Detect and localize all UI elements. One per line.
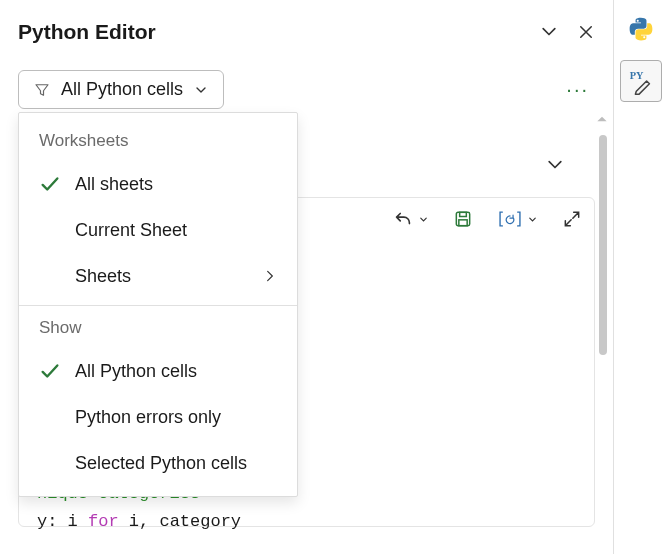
dropdown-section-label: Show (19, 312, 297, 348)
menu-item-python-errors-only[interactable]: Python errors only (19, 394, 297, 440)
check-placeholder (39, 452, 61, 474)
svg-rect-3 (459, 220, 467, 226)
brackets-refresh-icon (497, 208, 523, 230)
filter-dropdown-button[interactable]: All Python cells (18, 70, 224, 109)
filter-dropdown-menu: Worksheets All sheets Current Sheet Shee… (18, 112, 298, 497)
chevron-down-icon (418, 214, 429, 225)
scroll-up-button[interactable] (595, 112, 609, 126)
code-token: for (88, 512, 119, 531)
dropdown-section-label: Worksheets (19, 125, 297, 161)
check-placeholder (39, 219, 61, 241)
menu-item-label: All Python cells (75, 361, 197, 382)
right-rail: PY (613, 0, 667, 554)
close-icon (577, 23, 595, 41)
collapse-button[interactable] (539, 22, 559, 42)
menu-divider (19, 305, 297, 306)
expand-button[interactable] (562, 209, 582, 229)
save-button[interactable] (453, 209, 473, 229)
menu-item-label: Sheets (75, 266, 131, 287)
expand-icon (562, 209, 582, 229)
undo-icon (392, 208, 414, 230)
chevron-right-icon (263, 269, 277, 283)
chevron-down-icon (545, 155, 565, 175)
chevron-down-icon (527, 214, 538, 225)
more-options-button[interactable]: ··· (560, 78, 595, 101)
scrollbar-thumb[interactable] (599, 135, 607, 355)
python-logo-button[interactable] (620, 8, 662, 50)
section-collapse-button[interactable] (545, 155, 565, 175)
menu-item-label: All sheets (75, 174, 153, 195)
reset-button[interactable] (497, 208, 538, 230)
save-icon (453, 209, 473, 229)
panel-title: Python Editor (18, 20, 156, 44)
py-edit-icon: PY (626, 66, 656, 96)
undo-button[interactable] (392, 208, 429, 230)
menu-item-label: Current Sheet (75, 220, 187, 241)
svg-text:PY: PY (629, 70, 643, 81)
filter-icon (33, 81, 51, 99)
chevron-down-icon (539, 22, 559, 42)
menu-item-sheets[interactable]: Sheets (19, 253, 297, 299)
filter-row: All Python cells ··· (18, 70, 595, 109)
menu-item-all-python-cells[interactable]: All Python cells (19, 348, 297, 394)
editor-toolbar (392, 208, 582, 230)
check-placeholder (39, 265, 61, 287)
python-icon (628, 16, 654, 42)
menu-item-current-sheet[interactable]: Current Sheet (19, 207, 297, 253)
py-edit-button[interactable]: PY (620, 60, 662, 102)
menu-item-label: Python errors only (75, 407, 221, 428)
close-button[interactable] (577, 23, 595, 41)
chevron-down-icon (193, 82, 209, 98)
svg-rect-2 (460, 212, 467, 216)
menu-item-all-sheets[interactable]: All sheets (19, 161, 297, 207)
check-icon (39, 360, 61, 382)
check-placeholder (39, 406, 61, 428)
caret-up-icon (595, 112, 609, 126)
code-token: i, category (119, 512, 241, 531)
menu-item-label: Selected Python cells (75, 453, 247, 474)
code-token: y: i (37, 512, 88, 531)
filter-label: All Python cells (61, 79, 183, 100)
panel-header: Python Editor (18, 12, 595, 52)
python-editor-panel: Python Editor All Python cells ··· (0, 0, 613, 554)
check-icon (39, 173, 61, 195)
menu-item-selected-python-cells[interactable]: Selected Python cells (19, 440, 297, 486)
